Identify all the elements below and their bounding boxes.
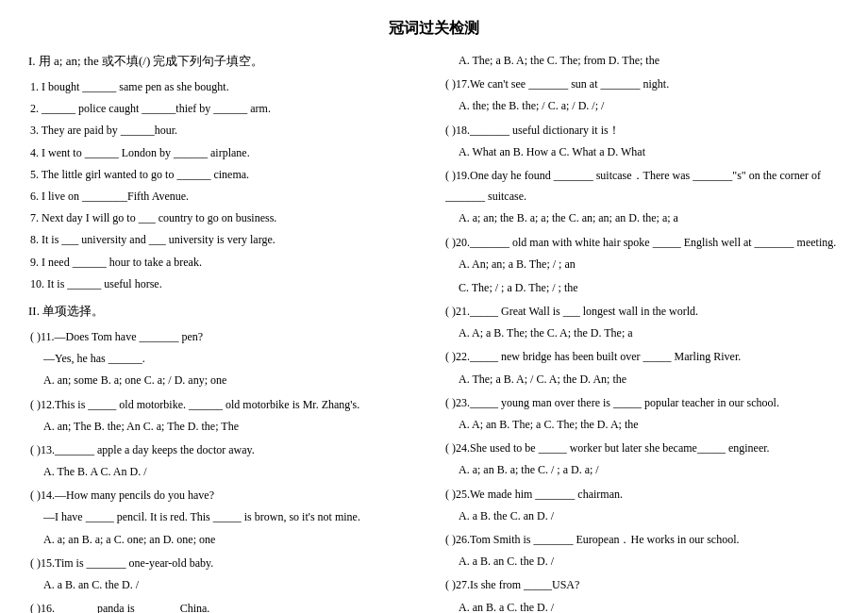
answer-left-4: —I have _____ pencil. It is red. This __…: [28, 506, 425, 527]
fill-item-5: 5. The little girl wanted to go to _____…: [28, 164, 425, 185]
page-title: 冠词过关检测: [28, 19, 840, 39]
options-left-5: A. a B. an C. the D. /: [28, 574, 425, 595]
choice-item-right-4: ( )19.One day he found _______ suitcase．…: [443, 165, 840, 207]
choice-item-left-6: ( )16._______ panda is _______ China.: [28, 598, 425, 613]
options-left-2: A. an; The B. the; An C. a; The D. the; …: [28, 416, 425, 437]
choice-item-left-5: ( )15.Tim is _______ one-year-old baby.: [28, 553, 425, 573]
fill-item-9: 9. I need ______ hour to take a break.: [28, 252, 425, 273]
options-right-4: A. a; an; the B. a; a; the C. an; an; an…: [443, 207, 840, 228]
options-right-8: A. A; an B. The; a C. The; the D. A; the: [443, 414, 840, 435]
fill-item-10: 10. It is ______ useful horse.: [28, 273, 425, 294]
choice-item-left-3: ( )13._______ apple a day keeps the doct…: [28, 439, 425, 460]
choice-item-right-5: ( )20._______ old man with white hair sp…: [443, 232, 840, 253]
choice-items-list: ( )11.—Does Tom have _______ pen?—Yes, h…: [28, 326, 425, 613]
options-right-b-5: C. The; / ; a D. The; / ; the: [443, 277, 840, 298]
choice-item-right-3: ( )18._______ useful dictionary it is！: [443, 120, 840, 141]
options-left-3: A. The B. A C. An D. /: [28, 461, 425, 482]
fill-item-2: 2. ______ police caught ______thief by _…: [28, 98, 425, 119]
choice-item-right-7: ( )22._____ new bridge has been built ov…: [443, 346, 840, 367]
choice-item-left-1: ( )11.—Does Tom have _______ pen?: [28, 326, 425, 347]
fill-items-list: 1. I bought ______ same pen as she bough…: [28, 76, 425, 294]
main-content: I. 用 a; an; the 或不填(/) 完成下列句子填空。 1. I bo…: [28, 50, 840, 613]
choice-item-left-2: ( )12.This is _____ old motorbike. _____…: [28, 394, 425, 415]
options-left-4: A. a; an B. a; a C. one; an D. one; one: [28, 529, 425, 550]
fill-item-6: 6. I live on ________Fifth Avenue.: [28, 186, 425, 207]
right-continuation-0: A. The; a B. A; the C. The; from D. The;…: [443, 50, 840, 71]
fill-item-4: 4. I went to ______ London by ______ air…: [28, 142, 425, 163]
choice-item-right-6: ( )21._____ Great Wall is ___ longest wa…: [443, 301, 840, 322]
options-right-7: A. The; a B. A; / C. A; the D. An; the: [443, 369, 840, 389]
choice-item-right-12: ( )27.Is she from _____USA?: [443, 574, 840, 595]
choice-item-right-8: ( )23._____ young man over there is ____…: [443, 392, 840, 413]
options-right-a-5: A. An; an; a B. The; / ; an: [443, 254, 840, 274]
options-right-2: A. the; the B. the; / C. a; / D. /; /: [443, 95, 840, 116]
options-right-10: A. a B. the C. an D. /: [443, 505, 840, 526]
fill-item-7: 7. Next day I will go to ___ country to …: [28, 207, 425, 228]
fill-item-8: 8. It is ___ university and ___ universi…: [28, 229, 425, 250]
options-right-9: A. a; an B. a; the C. / ; a D. a; /: [443, 459, 840, 480]
choice-item-right-11: ( )26.Tom Smith is _______ European．He w…: [443, 529, 840, 550]
choice-item-right-10: ( )25.We made him _______ chairman.: [443, 484, 840, 505]
options-right-3: A. What an B. How a C. What a D. What: [443, 141, 840, 162]
options-left-1: A. an; some B. a; one C. a; / D. any; on…: [28, 370, 425, 390]
choice-item-left-4: ( )14.—How many pencils do you have?: [28, 485, 425, 505]
left-column: I. 用 a; an; the 或不填(/) 完成下列句子填空。 1. I bo…: [28, 50, 425, 613]
choice-item-right-9: ( )24.She used to be _____ worker but la…: [443, 438, 840, 458]
fill-section-title: I. 用 a; an; the 或不填(/) 完成下列句子填空。: [28, 50, 425, 73]
fill-item-1: 1. I bought ______ same pen as she bough…: [28, 76, 425, 97]
options-right-12: A. an B. a C. the D. /: [443, 597, 840, 614]
fill-item-3: 3. They are paid by ______hour.: [28, 120, 425, 141]
answer-left-1: —Yes, he has ______.: [28, 348, 425, 369]
options-right-6: A. A; a B. The; the C. A; the D. The; a: [443, 323, 840, 343]
options-right-11: A. a B. an C. the D. /: [443, 551, 840, 572]
choice-item-right-2: ( )17.We can't see _______ sun at ______…: [443, 74, 840, 94]
right-column: A. The; a B. A; the C. The; from D. The;…: [443, 50, 840, 613]
choice-section-title: II. 单项选择。: [28, 300, 425, 323]
